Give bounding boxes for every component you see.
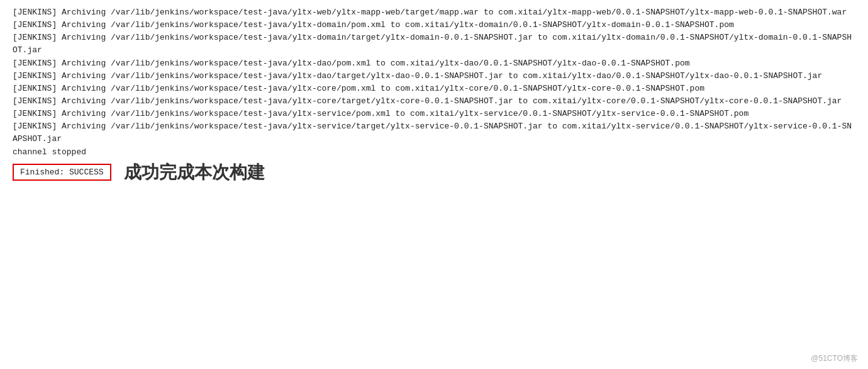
watermark: @51CTO博客 [811,353,858,364]
main-container: [JENKINS] Archiving /var/lib/jenkins/wor… [0,0,868,369]
channel-stopped-line: channel stopped [13,147,855,157]
log-output: [JENKINS] Archiving /var/lib/jenkins/wor… [13,6,855,146]
finished-box: Finished: SUCCESS [13,164,111,181]
bottom-section: Finished: SUCCESS 成功完成本次构建 [13,161,855,184]
success-label: 成功完成本次构建 [124,161,265,184]
